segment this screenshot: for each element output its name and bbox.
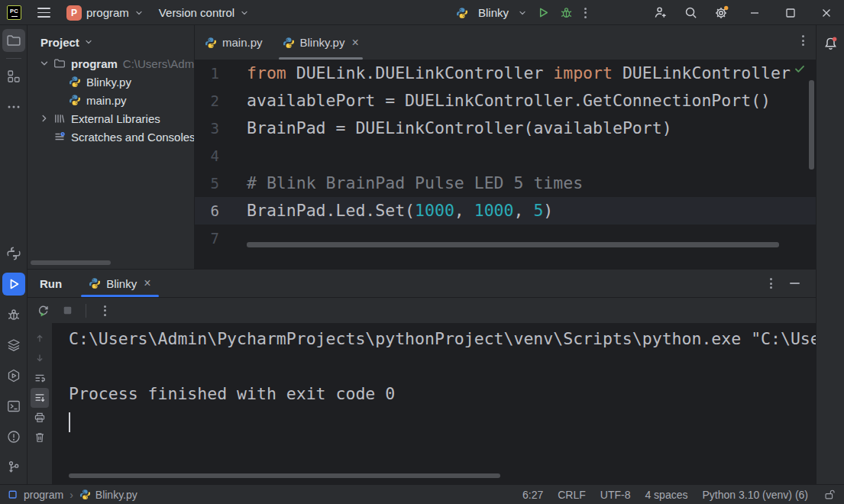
status-item[interactable]: Python 3.10 (venv) (6) [702,489,808,501]
tool-services-button[interactable] [0,330,27,360]
horizontal-scrollbar[interactable] [247,242,779,247]
tool-python-console-button[interactable] [0,238,27,269]
tab-label: main.py [222,36,263,49]
more-tool-windows-button[interactable] [0,92,27,122]
chevron-down-icon[interactable] [517,8,528,18]
breadcrumb-file[interactable]: Blinky.py [95,489,137,501]
python-icon [456,7,468,19]
next-occurrence-button[interactable] [31,348,49,368]
chevron-down-icon [239,8,250,18]
project-widget[interactable]: P program [66,5,144,21]
code-line[interactable]: 4 [195,142,816,170]
tree-item-external-libraries[interactable]: External Libraries [27,109,194,128]
tool-python-packages-button[interactable] [0,360,27,391]
pycharm-logo-icon: PC [7,5,21,20]
debug-button[interactable] [559,5,574,20]
prev-occurrence-button[interactable] [31,328,49,348]
minimize-button[interactable] [736,0,772,25]
code-line[interactable]: 1from DUELink.DUELinkController import D… [195,60,816,87]
tool-run-button[interactable] [0,269,27,299]
tree-item-scratches-and-consoles[interactable]: Scratches and Consoles [27,128,194,146]
chevron-down-icon [83,37,94,47]
code-line[interactable]: 7 [195,225,816,252]
editor-tab-main.py[interactable]: main.py [195,25,273,60]
line-number: 5 [195,170,247,197]
tool-project-button[interactable] [0,25,27,56]
more-options-icon[interactable] [768,276,774,291]
more-actions-icon[interactable] [582,5,589,21]
tool-problems-button[interactable] [0,422,27,452]
python-icon [283,37,295,49]
tool-terminal-button[interactable] [0,391,27,422]
console-more-options-button[interactable] [95,301,115,321]
chevron-down-icon [134,8,144,18]
code-with-me-button[interactable] [645,0,675,25]
horizontal-scrollbar[interactable] [69,473,500,478]
folder-icon [6,33,21,48]
breadcrumb[interactable]: program › Blinky.py [0,489,137,501]
line-number: 4 [195,142,247,170]
close-icon[interactable]: × [351,36,358,50]
close-icon[interactable]: × [144,276,150,290]
clear-all-button[interactable] [31,428,49,447]
unlocked-icon[interactable] [823,488,836,502]
vcs-widget[interactable]: Version control [159,6,250,19]
terminal-icon [6,399,21,414]
horizontal-scrollbar[interactable] [31,260,111,265]
project-panel-header[interactable]: Project [27,25,194,48]
run-icon [6,276,21,292]
title-bar: PC P program Version control Blinky [0,0,844,25]
breadcrumb-project[interactable]: program [24,489,63,501]
tab-options-icon[interactable] [800,33,807,48]
console-lines: C:\Users\Admin\PycharmProjects\pythonPro… [69,325,816,435]
main-menu-icon[interactable] [36,5,52,20]
rerun-button[interactable] [33,301,53,321]
python-icon [89,277,101,289]
close-button[interactable] [808,0,844,25]
inspections-ok-icon[interactable] [794,63,806,75]
status-item[interactable]: UTF-8 [600,489,631,501]
line-number: 7 [195,225,247,252]
scroll-to-end-icon [33,391,47,405]
maximize-button[interactable] [772,0,808,25]
code-line[interactable]: 5# Blink BrainPad Pulse LED 5 times [195,170,816,197]
soft-wrap-button[interactable] [31,368,49,388]
console-text: Process finished with exit code 0 [69,384,395,403]
settings-button[interactable] [706,0,736,25]
soft-wrap-icon [33,371,47,385]
tree-item-main-py[interactable]: main.py [27,91,194,109]
tree-indent [53,94,66,106]
editor-tab-Blinky.py[interactable]: Blinky.py× [273,25,369,60]
tool-debug-button[interactable] [0,299,27,330]
console-output[interactable]: C:\Users\Admin\PycharmProjects\pythonPro… [52,323,816,484]
run-config-name[interactable]: Blinky [478,6,509,19]
run-tab[interactable]: Blinky × [86,270,154,297]
print-button[interactable] [31,408,49,428]
console-line [69,408,816,435]
code-line[interactable]: 2availablePort = DUELinkController.GetCo… [195,87,816,115]
editor-tab-bar: main.pyBlinky.py× [195,25,816,60]
run-button[interactable] [536,5,551,20]
hide-panel-button[interactable] [790,283,800,284]
code-editor[interactable]: 1from DUELink.DUELinkController import D… [195,60,816,269]
text-cursor [69,412,70,432]
code-line[interactable]: 6BrainPad.Led.Set(1000, 1000, 5) [195,197,816,225]
search-icon [684,5,698,20]
code-line[interactable]: 3BrainPad = DUELinkController(availableP… [195,115,816,142]
vertical-scrollbar[interactable] [809,80,814,170]
status-item[interactable]: 4 spaces [645,489,687,501]
stop-button[interactable] [57,301,77,321]
search-everywhere-button[interactable] [675,0,706,25]
project-name: program [86,6,129,19]
tree-item-blinky-py[interactable]: Blinky.py [27,73,194,91]
code-text: BrainPad.Led.Set(1000, 1000, 5) [247,197,553,225]
scroll-to-end-button[interactable] [31,388,49,408]
chevron-right-icon [38,112,50,124]
tool-structure-button[interactable] [0,61,27,92]
notifications-button[interactable] [817,28,844,59]
status-item[interactable]: 6:27 [522,489,543,501]
tool-version-control-button[interactable] [0,452,27,483]
python-icon [69,94,81,106]
status-item[interactable]: CRLF [558,489,586,501]
tree-item-program[interactable]: programC:\Users\Admin\ [27,54,194,73]
